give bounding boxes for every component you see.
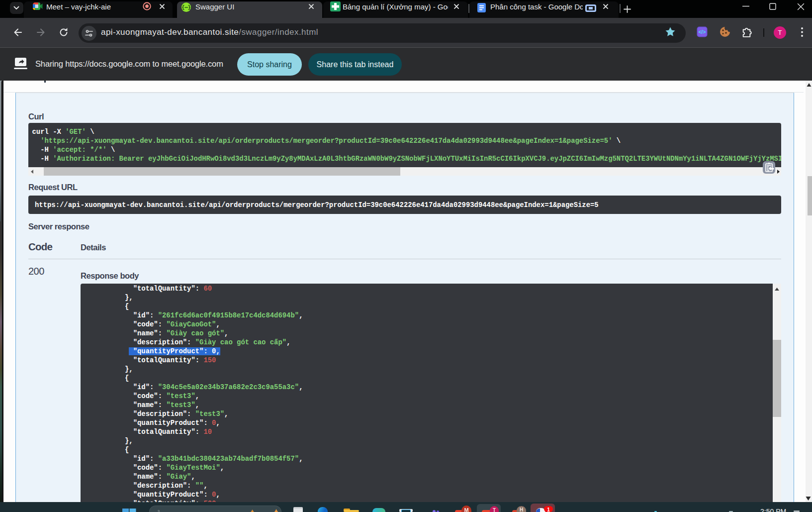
- svg-text:</>: </>: [699, 29, 706, 35]
- svg-text:{⋯}: {⋯}: [181, 5, 190, 10]
